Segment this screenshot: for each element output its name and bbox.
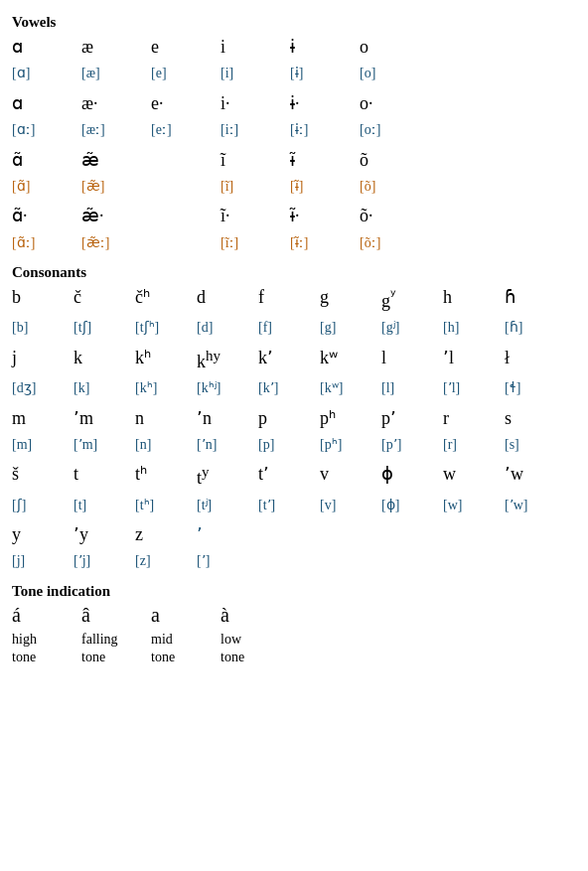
consonant-row-5-main: y ʼy z ʼ: [12, 520, 576, 549]
vowel-cell: æ̃·: [81, 202, 151, 230]
consonant-cell: č: [74, 283, 135, 312]
consonant-cell: ʼl: [443, 344, 505, 372]
consonant-cell: tʰ: [135, 460, 197, 489]
ipa-cell: [b]: [12, 316, 74, 340]
consonant-cell: p: [258, 404, 320, 433]
ipa-cell: [tʃ]: [74, 316, 135, 340]
ipa-cell: [eː]: [151, 118, 220, 142]
consonant-cell: khy: [197, 344, 258, 376]
ipa-cell: [ɨ]: [290, 62, 360, 85]
ipa-cell: [p]: [258, 433, 320, 457]
consonant-cell: l: [381, 344, 443, 372]
ipa-cell: [ʼl]: [443, 376, 505, 400]
tone-cell-low: à: [220, 604, 290, 629]
ipa-cell: [n]: [135, 433, 197, 457]
tone-char-high: á: [12, 604, 21, 627]
vowel-row-3-main: ɑ̃ æ̃ ĩ ɨ̃ õ: [12, 146, 576, 175]
consonant-cell: d: [197, 283, 258, 312]
consonant-cell: g: [320, 283, 381, 312]
vowel-cell: ĩ: [220, 146, 290, 175]
ipa-cell: [h]: [443, 316, 505, 340]
consonant-cell: w: [443, 460, 505, 489]
tone-label-high: hightone: [12, 631, 81, 666]
ipa-cell: [ʼm]: [74, 433, 135, 457]
consonant-row-2-main: j k kʰ khy kʼ kʷ l ʼl ł: [12, 344, 576, 376]
ipa-cell: [r]: [443, 433, 505, 457]
ipa-cell: [ʼj]: [74, 549, 135, 573]
consonant-cell: kʷ: [320, 344, 381, 372]
tone-chars-row: á â a à: [12, 604, 576, 629]
tone-section: Tone indication á â a à hightone falling…: [12, 583, 576, 666]
ipa-cell: [ĩː]: [220, 231, 290, 255]
vowel-cell: ɑ: [12, 33, 81, 62]
vowel-cell: i·: [220, 89, 290, 118]
vowel-row-4-ipa: [ɑ̃ː] [æ̃ː] [ĩː] [ɨ̃ː] [õː]: [12, 231, 576, 255]
ipa-cell: [iː]: [220, 118, 290, 142]
consonant-cell: y: [12, 520, 74, 549]
consonant-cell: kʰ: [135, 344, 197, 372]
vowel-row-2-ipa: [ɑː] [æː] [eː] [iː] [ɨː] [oː]: [12, 118, 576, 142]
ipa-cell: [ʼn]: [197, 433, 258, 457]
ipa-cell: [dʒ]: [12, 376, 74, 400]
consonant-cell: b: [12, 283, 74, 312]
ipa-cell: [151, 231, 220, 235]
consonant-cell: kʼ: [258, 344, 320, 372]
ipa-cell: [tʰ]: [135, 494, 197, 517]
ipa-cell: [ʼw]: [505, 494, 566, 517]
ipa-cell: [v]: [320, 494, 381, 517]
ipa-cell: [æ̃ː]: [81, 231, 151, 255]
consonant-cell: ł: [505, 344, 566, 372]
consonant-cell: z: [135, 520, 197, 549]
ipa-cell: [tʲ]: [197, 494, 258, 517]
tone-title: Tone indication: [12, 583, 576, 600]
tone-label-mid: midtone: [151, 631, 220, 666]
consonant-cell: t: [74, 460, 135, 489]
ipa-cell: [ɨ̃ː]: [290, 231, 360, 255]
consonant-row-4-ipa: [ʃ] [t] [tʰ] [tʲ] [tʼ] [v] [ɸ] [w] [ʼw]: [12, 494, 576, 517]
consonant-cell: s: [505, 404, 566, 433]
vowel-cell: õ: [360, 146, 429, 175]
ipa-cell: [ĩ]: [220, 175, 290, 199]
ipa-cell: [i]: [220, 62, 290, 85]
tone-char-falling: â: [81, 604, 90, 627]
ipa-cell: [ʼ]: [197, 549, 258, 573]
consonant-cell: j: [12, 344, 74, 372]
vowel-row-2-main: ɑ æ· e· i· ɨ· o·: [12, 89, 576, 118]
ipa-cell: [kʰ]: [135, 376, 197, 400]
consonant-row-1-main: b č čʰ d f g gʸ h ɦ: [12, 283, 576, 316]
vowel-cell: ɨ̃·: [290, 202, 360, 230]
consonant-cell: tʼ: [258, 460, 320, 489]
ipa-cell: [w]: [443, 494, 505, 517]
vowel-row-3-ipa: [ɑ̃] [æ̃] [ĩ] [ɨ̃] [õ]: [12, 175, 576, 199]
consonant-row-5-ipa: [j] [ʼj] [z] [ʼ]: [12, 549, 576, 573]
vowel-cell: ɨ·: [290, 89, 360, 118]
ipa-cell: [gʲ]: [381, 316, 443, 340]
ipa-cell: [æ]: [81, 62, 151, 85]
consonant-cell: ʼn: [197, 404, 258, 433]
consonant-cell: čʰ: [135, 283, 197, 312]
consonant-row-4-main: š t tʰ ty tʼ v ɸ w ʼw: [12, 460, 576, 493]
ipa-cell: [kʼ]: [258, 376, 320, 400]
ipa-cell: [e]: [151, 62, 220, 85]
ipa-cell: [m]: [12, 433, 74, 457]
consonant-row-3-main: m ʼm n ʼn p pʰ pʼ r s: [12, 404, 576, 433]
ipa-cell: [t]: [74, 494, 135, 517]
consonant-cell: š: [12, 460, 74, 489]
vowel-cell: ĩ·: [220, 202, 290, 230]
tone-cell-falling: â: [81, 604, 151, 629]
ipa-cell: [oː]: [360, 118, 429, 142]
vowels-title: Vowels: [12, 14, 576, 31]
consonant-cell: v: [320, 460, 381, 489]
consonant-row-2-ipa: [dʒ] [k] [kʰ] [kʰʲ] [kʼ] [kʷ] [l] [ʼl] […: [12, 376, 576, 400]
tone-char-mid: a: [151, 604, 160, 627]
consonant-cell: f: [258, 283, 320, 312]
ipa-cell: [tʃʰ]: [135, 316, 197, 340]
ipa-cell: [z]: [135, 549, 197, 573]
ipa-cell: [tʼ]: [258, 494, 320, 517]
ipa-cell: [ɑ̃]: [12, 175, 81, 199]
consonant-cell: ʼw: [505, 460, 566, 489]
ipa-cell: [s]: [505, 433, 566, 457]
ipa-cell: [j]: [12, 549, 74, 573]
tone-cell-mid: a: [151, 604, 220, 629]
consonant-cell: ɸ: [381, 460, 443, 489]
